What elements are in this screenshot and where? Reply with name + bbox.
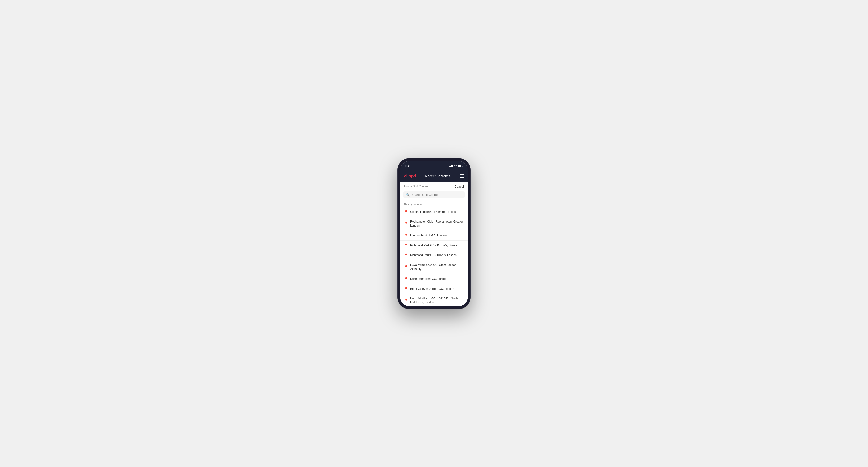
- status-icons: [450, 165, 463, 167]
- app-header: clippd Recent Searches: [400, 171, 468, 182]
- cancel-button[interactable]: Cancel: [455, 185, 464, 188]
- search-bar-container: 🔍: [400, 190, 468, 201]
- svg-point-4: [455, 166, 456, 167]
- status-bar: 9:41: [400, 161, 468, 171]
- find-label: Find a Golf Course: [404, 185, 428, 188]
- pin-icon: 📍: [404, 222, 408, 226]
- pin-icon: 📍: [404, 253, 408, 257]
- course-name: North Middlesex GC (1011942 - North Midd…: [410, 297, 464, 305]
- menu-button[interactable]: [460, 175, 464, 178]
- course-name: Brent Valley Municipal GC, London: [410, 287, 454, 291]
- wifi-icon: [454, 165, 457, 167]
- course-item[interactable]: 📍 Brent Valley Municipal GC, London: [400, 284, 468, 294]
- course-name: Richmond Park GC - Duke's, London: [410, 253, 457, 257]
- phone-screen: 9:41: [400, 161, 468, 306]
- course-item[interactable]: 📍 North Middlesex GC (1011942 - North Mi…: [400, 294, 468, 306]
- search-input-wrapper[interactable]: 🔍: [403, 191, 465, 198]
- course-item[interactable]: 📍 Roehampton Club - Roehampton, Greater …: [400, 217, 468, 231]
- phone-device: 9:41: [397, 158, 471, 309]
- course-name: Central London Golf Centre, London: [410, 210, 456, 214]
- pin-icon: 📍: [404, 277, 408, 281]
- svg-rect-3: [452, 165, 453, 167]
- content-area: Find a Golf Course Cancel 🔍 Nearby cours…: [400, 182, 468, 306]
- nearby-courses-label: Nearby courses: [400, 201, 468, 207]
- pin-icon: 📍: [404, 265, 408, 269]
- course-item[interactable]: 📍 Richmond Park GC - Duke's, London: [400, 250, 468, 260]
- course-name: Royal Wimbledon GC, Great London Authori…: [410, 263, 464, 271]
- pin-icon: 📍: [404, 299, 408, 303]
- course-item[interactable]: 📍 London Scottish GC, London: [400, 231, 468, 241]
- pin-icon: 📍: [404, 287, 408, 291]
- pin-icon: 📍: [404, 210, 408, 214]
- svg-rect-2: [451, 165, 452, 167]
- course-item[interactable]: 📍 Dukes Meadows GC, London: [400, 274, 468, 284]
- pin-icon: 📍: [404, 244, 408, 247]
- signal-icon: [450, 165, 453, 167]
- svg-rect-1: [450, 166, 451, 167]
- course-name: London Scottish GC, London: [410, 234, 446, 238]
- app-logo: clippd: [404, 174, 416, 179]
- battery-icon: [458, 165, 463, 167]
- pin-icon: 📍: [404, 234, 408, 238]
- course-item[interactable]: 📍 Central London Golf Centre, London: [400, 207, 468, 217]
- course-name: Roehampton Club - Roehampton, Greater Lo…: [410, 220, 464, 228]
- svg-rect-7: [462, 166, 463, 166]
- course-name: Dukes Meadows GC, London: [410, 277, 447, 281]
- search-icon: 🔍: [406, 193, 410, 196]
- course-item[interactable]: 📍 Richmond Park GC - Prince's, Surrey: [400, 241, 468, 251]
- status-time: 9:41: [405, 164, 411, 168]
- search-input[interactable]: [411, 193, 462, 196]
- course-item[interactable]: 📍 Royal Wimbledon GC, Great London Autho…: [400, 260, 468, 274]
- find-header: Find a Golf Course Cancel: [400, 182, 468, 190]
- svg-rect-0: [450, 166, 450, 167]
- course-list: 📍 Central London Golf Centre, London 📍 R…: [400, 207, 468, 306]
- header-title: Recent Searches: [425, 174, 450, 178]
- course-name: Richmond Park GC - Prince's, Surrey: [410, 244, 457, 248]
- svg-rect-6: [458, 165, 461, 167]
